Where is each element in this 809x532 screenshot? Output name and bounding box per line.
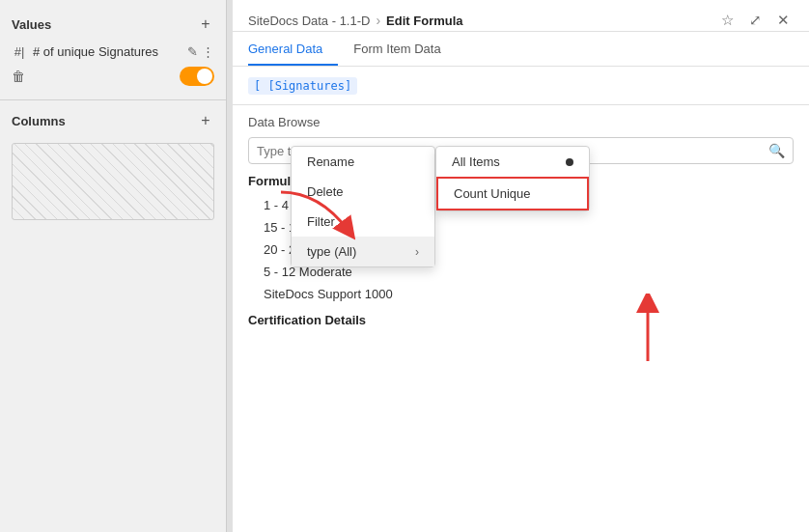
signature-item: #| # of unique Signatures ✎ ⋮ xyxy=(0,39,226,65)
context-rename[interactable]: Rename xyxy=(292,147,434,177)
tab-form-item-data[interactable]: Form Item Data xyxy=(353,34,456,66)
search-icon: 🔍 xyxy=(768,143,785,158)
context-menu: Rename Delete Filter type (All) › xyxy=(291,146,435,267)
certification-label: Certification Details xyxy=(248,313,794,327)
tab-general-data[interactable]: General Data xyxy=(248,34,338,66)
columns-label: Columns xyxy=(12,114,66,128)
values-label: Values xyxy=(12,17,51,32)
breadcrumb-separator: › xyxy=(376,13,380,28)
breadcrumb-current: Edit Formula xyxy=(386,14,462,28)
more-icon[interactable]: ⋮ xyxy=(202,44,214,59)
formula-tag: [ [Signatures] xyxy=(248,77,357,95)
edit-icon[interactable]: ✎ xyxy=(187,44,198,59)
context-delete[interactable]: Delete xyxy=(292,177,434,207)
hash-icon: #| xyxy=(12,44,27,59)
sidebar: Values + #| # of unique Signatures ✎ ⋮ 🗑… xyxy=(0,0,227,532)
star-button[interactable]: ☆ xyxy=(717,10,738,31)
breadcrumb: SiteDocs Data - 1.1-D › Edit Formula xyxy=(248,13,463,28)
columns-section: Columns + xyxy=(0,108,226,224)
signature-label: # of unique Signatures xyxy=(33,44,181,59)
values-section-header: Values + xyxy=(0,12,226,39)
trash-row: 🗑 xyxy=(0,65,226,92)
sub-menu-count-unique[interactable]: Count Unique xyxy=(436,177,589,210)
sidebar-divider xyxy=(0,99,226,100)
modal-actions: ☆ ⤢ ✕ xyxy=(717,10,794,31)
toggle-switch[interactable] xyxy=(180,67,214,86)
arrow-right-icon: › xyxy=(415,245,419,259)
trash-icon[interactable]: 🗑 xyxy=(12,69,25,84)
columns-add-button[interactable]: + xyxy=(197,112,214,129)
certification-section: Certification Details xyxy=(248,313,794,327)
formula-item-5[interactable]: SiteDocs Support 1000 xyxy=(248,283,794,305)
data-browser-label: Data Browse xyxy=(248,115,794,129)
formula-area[interactable]: [ [Signatures] xyxy=(233,67,809,105)
expand-button[interactable]: ⤢ xyxy=(745,10,766,31)
sub-menu: All Items Count Unique xyxy=(435,146,590,211)
modal-header: SiteDocs Data - 1.1-D › Edit Formula ☆ ⤢… xyxy=(233,0,809,32)
close-button[interactable]: ✕ xyxy=(773,10,794,31)
main-panel: SiteDocs Data - 1.1-D › Edit Formula ☆ ⤢… xyxy=(233,0,809,532)
content-area: Data Browse 🔍 Formulas 1 - 4 Low 15 - 16… xyxy=(233,105,809,532)
item-actions: ✎ ⋮ xyxy=(187,44,214,59)
sub-menu-all-items[interactable]: All Items xyxy=(436,147,589,177)
columns-empty-area xyxy=(12,143,214,220)
context-filter[interactable]: Filter xyxy=(292,207,434,237)
values-add-button[interactable]: + xyxy=(197,15,214,33)
context-type[interactable]: type (All) › xyxy=(292,237,434,266)
selected-dot xyxy=(566,158,573,166)
breadcrumb-parent: SiteDocs Data - 1.1-D xyxy=(248,14,370,28)
columns-header: Columns + xyxy=(12,112,214,135)
tabs-bar: General Data Form Item Data xyxy=(233,34,809,67)
